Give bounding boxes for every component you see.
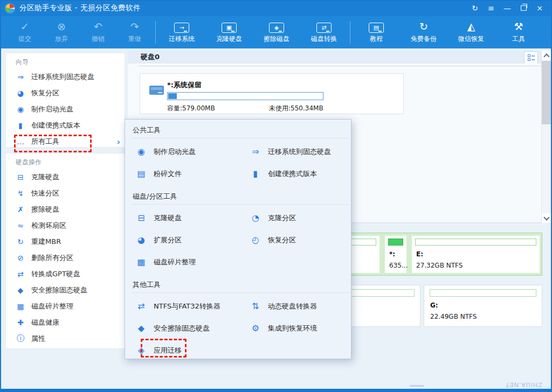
capacity-value: 容量:579.00MB xyxy=(167,104,269,113)
app-logo-icon xyxy=(5,4,15,13)
window-title: 分区助手专业版 - 无损分区免费软件 xyxy=(19,3,141,13)
minimize-button[interactable]: — xyxy=(499,1,515,15)
toolbar-separator xyxy=(350,21,350,44)
popup-item-defrag[interactable]: ▦ 磁盘碎片整理 xyxy=(125,251,239,273)
toolbar-free-backup-button[interactable]: ↻ 免费备份 xyxy=(400,17,447,47)
sidebar-item-defrag[interactable]: ▦ 磁盘碎片整理 xyxy=(6,298,125,314)
sidebar-item-convert-gpt[interactable]: ⇄ 转换成GPT硬盘 xyxy=(6,266,125,282)
ntfs-converter-icon: ⇄ xyxy=(136,301,147,311)
popup-item-recovery-environment[interactable]: ⚙ 集成到恢复环境 xyxy=(239,317,344,339)
all-tools-icon: … xyxy=(16,137,25,146)
popup-section-title: 公共工具 xyxy=(125,123,351,138)
scroll-down-button[interactable] xyxy=(542,213,551,223)
tutorial-book-icon: ▤ xyxy=(369,23,384,33)
disk-drive-icon xyxy=(149,86,164,95)
sidebar-item-migrate-os[interactable]: ⇒ 迁移系统到固态硬盘 xyxy=(6,69,125,85)
secure-erase-icon: ◆ xyxy=(136,323,147,333)
popup-item-secure-erase-ssd[interactable]: ◆ 安全擦除固态硬盘 xyxy=(125,317,239,339)
menu-icon[interactable]: ≡ xyxy=(483,1,499,15)
popup-item-shred-files[interactable]: ▤ 粉碎文件 xyxy=(125,163,239,185)
toolbar-wechat-recovery-button[interactable]: ◭ 微信恢复 xyxy=(447,17,495,47)
refresh-icon[interactable]: ↻ xyxy=(467,1,483,15)
scrollbar-thumb[interactable] xyxy=(542,61,551,124)
sidebar-item-boot-disc[interactable]: ◉ 制作启动光盘 xyxy=(6,101,125,117)
sidebar-item-check-bad-sectors[interactable]: ≈ 检测坏扇区 xyxy=(6,218,125,234)
wipe-disk-icon: ◈ xyxy=(269,23,284,33)
popup-item-clone-partition[interactable]: ◔ 克隆分区 xyxy=(239,207,344,229)
partition-stats: 容量:579.00MB 未使用:550.34MB xyxy=(167,104,323,113)
vertical-scrollbar[interactable] xyxy=(541,51,551,223)
convert-gpt-icon: ⇄ xyxy=(16,270,25,278)
list-view-icon xyxy=(528,54,535,61)
popup-item-migrate-os[interactable]: ⇒ 迁移系统到固态硬盘 xyxy=(239,141,344,163)
unused-value: 未使用:550.34MB xyxy=(269,104,323,113)
defrag-icon: ▦ xyxy=(16,302,25,311)
disk0-label: 硬盘0 xyxy=(141,52,160,62)
toolbar-wipe-disk-button[interactable]: ◈ 擦除磁盘 xyxy=(253,17,300,47)
toolbar: ✓ 提交 ⊗ 放弃 ↶ 撤销 ↷ 重做 → 迁移系统 ▣ 克隆硬盘 ◈ 擦除磁盘… xyxy=(0,16,552,48)
toolbar-discard-button[interactable]: ⊗ 放弃 xyxy=(43,17,80,47)
sidebar-item-portable-version[interactable]: ▮ 创建便携式版本 xyxy=(6,117,125,134)
sidebar-item-clone-disk[interactable]: ⊟ 克隆硬盘 xyxy=(6,169,125,185)
recover-partition-icon: ◕ xyxy=(16,89,25,97)
toolbar-clone-disk-button[interactable]: ▣ 克隆硬盘 xyxy=(205,17,253,47)
bad-sector-icon: ≈ xyxy=(16,221,25,230)
popup-item-ntfs-fat32-converter[interactable]: ⇄ NTFS与FAT32转换器 xyxy=(125,295,239,317)
toolbar-undo-button[interactable]: ↶ 撤销 xyxy=(80,17,116,47)
partition-block-e[interactable]: E: 27.32GB NTFS xyxy=(412,236,540,273)
toolbar-commit-button[interactable]: ✓ 提交 xyxy=(6,17,43,47)
partition-block-g[interactable]: G: 22.49GB NTFS xyxy=(424,285,542,327)
sidebar-item-wipe-disk[interactable]: ✗ 擦除硬盘 xyxy=(6,201,125,218)
restore-icon xyxy=(521,5,527,11)
migrate-os-icon: → xyxy=(174,23,189,33)
popup-divider xyxy=(132,204,350,205)
popup-item-portable-version[interactable]: ▮ 创建便携式版本 xyxy=(239,163,344,185)
popup-item-recover-partition[interactable]: ◴ 恢复分区 xyxy=(239,229,344,251)
popup-item-dynamic-disk-converter[interactable]: ⇅ 动态硬盘转换器 xyxy=(239,295,344,317)
toolbar-redo-button[interactable]: ↷ 重做 xyxy=(116,17,153,47)
usage-fill xyxy=(168,93,177,99)
sidebar-item-quick-partition[interactable]: ↯ 快速分区 xyxy=(6,185,125,201)
toolbar-tutorial-button[interactable]: ▤ 教程 xyxy=(353,17,400,47)
partition-bar-filled xyxy=(388,239,403,246)
chevron-right-icon: › xyxy=(116,137,120,147)
sidebar-item-properties[interactable]: ⓘ 属性 xyxy=(6,331,125,347)
migrate-os-icon: ⇒ xyxy=(250,146,261,157)
partition-block-system[interactable]: *: 635... xyxy=(385,236,406,273)
scroll-up-button[interactable] xyxy=(542,51,551,60)
sidebar-item-rebuild-mbr[interactable]: ↻ 重建MBR xyxy=(6,234,125,250)
sidebar-disk-ops-panel: 硬盘操作 ⊟ 克隆硬盘 ↯ 快速分区 ✗ 擦除硬盘 ≈ 检测坏扇区 ↻ 重建MB… xyxy=(5,153,125,349)
window-controls: ↻ ≡ — × xyxy=(467,1,552,15)
popup-item-boot-disc[interactable]: ◉ 制作启动光盘 xyxy=(125,141,239,163)
app-migrate-icon: ◈ xyxy=(136,345,147,355)
chevron-up-icon xyxy=(543,53,549,59)
header-divider xyxy=(139,66,542,66)
sidebar-item-disk-health[interactable]: ✚ 磁盘健康 xyxy=(6,314,125,331)
close-button[interactable]: × xyxy=(532,1,548,15)
clone-partition-icon: ◔ xyxy=(250,213,261,223)
toolbar-tools-button[interactable]: ⚒ 工具 xyxy=(495,17,542,47)
shredder-icon: ▤ xyxy=(136,169,147,179)
sidebar-item-secure-erase-ssd[interactable]: ◆ 安全擦除固态硬盘 xyxy=(6,282,125,298)
clone-disk-icon: ⊟ xyxy=(136,213,147,223)
popup-item-extend-partition[interactable]: ◕ 扩展分区 xyxy=(125,229,239,251)
maximize-button[interactable] xyxy=(515,1,532,15)
popup-divider xyxy=(132,138,350,138)
defrag-icon: ▦ xyxy=(136,257,147,267)
undo-icon: ↶ xyxy=(94,21,102,33)
portable-version-icon: ▮ xyxy=(250,169,261,179)
dynamic-disk-icon: ⇅ xyxy=(250,301,261,311)
toolbar-disk-convert-button[interactable]: ⇄ 磁盘转换 xyxy=(300,17,348,47)
view-mode-button[interactable] xyxy=(524,51,538,64)
disk-convert-icon: ⇄ xyxy=(316,23,332,33)
sidebar-item-all-tools[interactable]: … 所有工具 › xyxy=(6,134,125,150)
popup-item-clone-disk[interactable]: ⊟ 克隆硬盘 xyxy=(125,207,239,229)
partition-card-system-reserved[interactable]: *:系统保留 容量:579.00MB 未使用:550.34MB xyxy=(140,73,404,114)
popup-item-app-migrate[interactable]: ◈ 应用迁移 xyxy=(125,339,239,361)
sidebar-item-delete-all-partitions[interactable]: ⊘ 删除所有分区 xyxy=(6,250,125,266)
wipe-disk-icon: ✗ xyxy=(16,205,25,214)
partition-name: *:系统保留 xyxy=(167,80,202,90)
toolbar-migrate-os-button[interactable]: → 迁移系统 xyxy=(158,17,205,47)
popup-divider xyxy=(132,292,350,293)
sidebar-item-recover-partition[interactable]: ◕ 恢复分区 xyxy=(6,85,125,101)
